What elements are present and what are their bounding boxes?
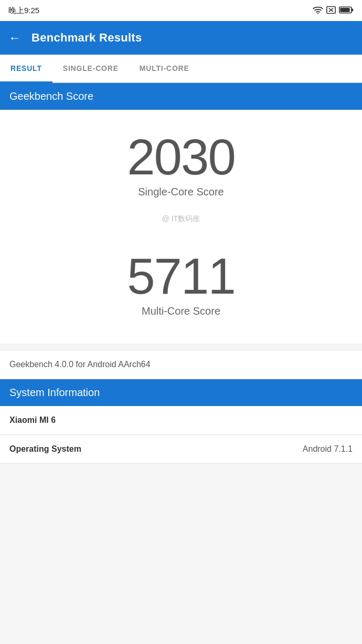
watermark: @ IT数码推 xyxy=(162,214,200,224)
tab-multi-core[interactable]: MULTI-CORE xyxy=(129,55,200,82)
multi-core-label: Multi-Core Score xyxy=(142,305,220,317)
app-bar-title: Benchmark Results xyxy=(31,31,142,45)
geekbench-section-header: Geekbench Score xyxy=(0,83,362,110)
back-button[interactable]: ← xyxy=(8,30,21,45)
status-icons xyxy=(313,6,354,16)
status-time: 晚上9:25 xyxy=(8,6,39,16)
tab-bar: RESULT SINGLE-CORE MULTI-CORE xyxy=(0,55,362,83)
tab-single-core[interactable]: SINGLE-CORE xyxy=(52,55,129,82)
tab-result[interactable]: RESULT xyxy=(0,55,52,82)
svg-rect-6 xyxy=(340,7,349,12)
multi-core-block: 5711 Multi-Core Score xyxy=(127,250,235,317)
single-core-label: Single-Core Score xyxy=(138,186,223,198)
device-name: Xiaomi MI 6 xyxy=(9,416,56,425)
wifi-icon xyxy=(313,6,323,16)
svg-rect-5 xyxy=(352,8,353,11)
x-box-icon xyxy=(326,6,336,16)
version-info-footer: Geekbench 4.0.0 for Android AArch64 xyxy=(0,350,362,379)
system-info-header-title: System Information xyxy=(9,387,100,398)
version-info-text: Geekbench 4.0.0 for Android AArch64 xyxy=(9,360,151,369)
app-bar: ← Benchmark Results xyxy=(0,21,362,55)
system-info-header: System Information xyxy=(0,379,362,406)
os-value: Android 7.1.1 xyxy=(303,444,353,454)
single-core-block: 2030 Single-Core Score xyxy=(127,131,235,198)
multi-core-score: 5711 xyxy=(127,250,235,303)
os-key: Operating System xyxy=(9,444,81,454)
single-core-score: 2030 xyxy=(127,131,235,184)
geekbench-header-title: Geekbench Score xyxy=(9,90,93,102)
battery-icon xyxy=(339,6,354,16)
watermark-text: @ IT数码推 xyxy=(162,214,200,223)
score-area: 2030 Single-Core Score @ IT数码推 5711 Mult… xyxy=(0,110,362,344)
status-bar: 晚上9:25 xyxy=(0,0,362,21)
system-info-row-os: Operating System Android 7.1.1 xyxy=(0,435,362,464)
svg-point-0 xyxy=(317,13,318,14)
system-info-row-device: Xiaomi MI 6 xyxy=(0,406,362,435)
